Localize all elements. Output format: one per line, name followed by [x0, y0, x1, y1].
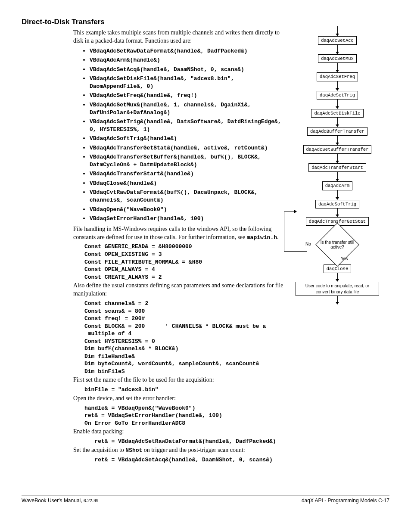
flow-decision-text: Is the transfer still active? — [307, 240, 367, 249]
flow-box: daqAdcSetFreq — [317, 72, 358, 81]
footer-manual-title: WaveBook User's Manual, — [22, 498, 84, 504]
function-list: VBdaqAdcSetRawDataFormat&(handle&, DadfP… — [73, 47, 286, 223]
function-item: VBdaqAdcTransferStart&(handle&) — [90, 170, 286, 178]
mapiwin-ref: mapiwin.h — [247, 234, 277, 241]
function-item: VBdaqAdcArm&(handle&) — [90, 56, 286, 64]
flow-decision: Is the transfer still active? No Yes — [307, 233, 367, 256]
function-item: VBdaqAdcSetFreq&(handle&, freq!) — [90, 91, 286, 100]
flow-box: daqAdcSetTrig — [317, 91, 358, 100]
file-handling-text: File handling in MS-Windows requires cal… — [73, 226, 271, 240]
function-item: VBdaqOpen&("WaveBook0") — [90, 205, 286, 214]
flow-box: daqAdcSoftTrig — [315, 200, 359, 208]
function-item: VBdaqSetErrorHandler(handle&, 100) — [90, 215, 286, 223]
function-item: VBdaqAdcSetAcq&(handle&, DaamNShot, 0, s… — [90, 65, 286, 74]
footer-right: daqX API - Programming Models C-17 — [302, 497, 389, 504]
flow-box: daqAdcTransferStart — [308, 163, 366, 172]
code-constants-1: Const GENERIC_READ& = &H80000000 Const O… — [84, 243, 286, 281]
code-enable: ret& = VBdaqAdcSetRawDataFormat&(handle&… — [84, 438, 286, 445]
open-device-paragraph: Open the device, and set the error handl… — [73, 395, 286, 403]
first-set-paragraph: First set the name of the file to be use… — [73, 376, 286, 384]
set-acq-text-b: on trigger and the post-trigger scan cou… — [142, 447, 245, 453]
flow-yes-label: Yes — [341, 256, 348, 262]
function-item: VBdaqAdcTransferGetStat&(handle&, active… — [90, 144, 286, 152]
enable-packing-paragraph: Enable data packing: — [73, 428, 286, 436]
flow-box: daqAdcSetDiskFile — [311, 109, 363, 118]
set-acq-paragraph: Set the acquisition to NShot on trigger … — [73, 446, 286, 454]
section-heading: Direct-to-Disk Transfers — [22, 17, 286, 27]
also-define-paragraph: Also define the usual constants defining… — [73, 282, 286, 298]
function-item: VBdaqClose&(handle&) — [90, 179, 286, 187]
page-footer: WaveBook User's Manual, 6-22-99 daqX API… — [22, 495, 389, 504]
footer-date: 6-22-99 — [84, 498, 98, 503]
code-open: handle& = VBdaqOpen&("WaveBook0") ret& =… — [84, 404, 286, 427]
flow-box: daqAdcSetMux — [318, 54, 357, 63]
code-constants-2: Const channels& = 2 Const scans& = 800 C… — [84, 300, 286, 375]
footer-left: WaveBook User's Manual, 6-22-99 — [22, 497, 98, 504]
function-item: VBdaqAdcSetDiskFile&(handle&, "adcex8.bi… — [90, 75, 286, 90]
nshot-ref: NShot — [125, 447, 142, 454]
flow-box: daqAdcSetAcq — [318, 36, 357, 45]
function-item: VBdaqAdcSetRawDataFormat&(handle&, DadfP… — [90, 47, 286, 55]
function-item: VBdaqCvtRawDataFormat&(buf%(), DacaUnpac… — [90, 188, 286, 204]
flow-no-label: No — [305, 241, 311, 247]
intro-paragraph: This example takes multiple scans from m… — [73, 29, 286, 45]
file-handling-paragraph: File handling in MS-Windows requires cal… — [73, 225, 286, 242]
function-item: VBdaqAdcSoftTrig&(handle&) — [90, 134, 286, 143]
flow-box: daqAdcSetBufferTransfer — [303, 145, 372, 154]
set-acq-text-a: Set the acquisition to — [73, 447, 125, 453]
flow-box: daqAdcBufferTransfer — [307, 127, 367, 136]
function-item: VBdaqAdcTransferSetBuffer&(handle&, buf%… — [90, 153, 286, 168]
code-binfile: binFile = "adcex8.bin" — [84, 386, 286, 394]
flow-box: daqAdcArm — [322, 181, 353, 190]
function-item: VBdaqAdcSetTrig&(handle&, DatsSoftware&,… — [90, 118, 286, 133]
flow-final-box: User code to manipulate, read, or conver… — [296, 282, 379, 296]
flowchart: daqAdcSetAcq daqAdcSetMux daqAdcSetFreq … — [294, 26, 380, 305]
code-setacq: ret& = VBdaqAdcSetAcq&(handle&, DaamNSho… — [84, 456, 286, 464]
function-item: VBdaqAdcSetMux&(handle&, 1, channels&, D… — [90, 101, 286, 116]
